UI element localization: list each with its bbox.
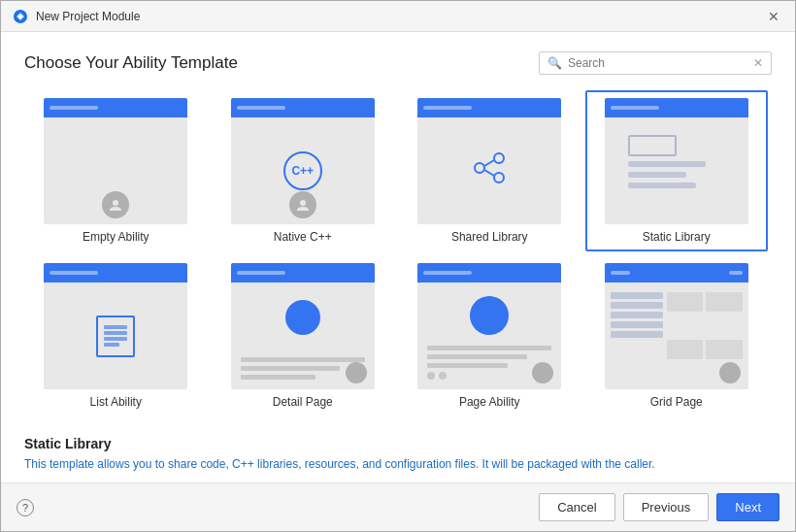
help-button[interactable]: ? xyxy=(17,499,34,516)
svg-point-2 xyxy=(113,200,118,206)
dialog-header: Choose Your Ability Template 🔍 ✕ xyxy=(24,51,772,75)
svg-rect-10 xyxy=(104,331,127,335)
template-card-detail xyxy=(231,263,375,389)
dialog-window: New Project Module ✕ Choose Your Ability… xyxy=(0,0,796,532)
svg-rect-12 xyxy=(104,343,119,347)
template-card-list xyxy=(44,263,187,389)
templates-area: Empty Ability C++ Native C++ xyxy=(24,90,772,424)
svg-point-5 xyxy=(475,163,484,173)
next-button[interactable]: Next xyxy=(716,493,779,521)
svg-point-3 xyxy=(300,200,306,206)
templates-grid: Empty Ability C++ Native C++ xyxy=(24,90,772,424)
selected-template-name: Static Library xyxy=(24,436,772,451)
template-native-cpp[interactable]: C++ Native C++ xyxy=(212,90,395,251)
template-name-list: List Ability xyxy=(90,395,142,409)
title-bar: New Project Module ✕ xyxy=(1,1,795,32)
previous-button[interactable]: Previous xyxy=(623,493,710,521)
template-name-static: Static Library xyxy=(643,230,711,244)
title-bar-left: New Project Module xyxy=(13,9,140,24)
template-detail-page[interactable]: Detail Page xyxy=(212,255,395,416)
svg-line-8 xyxy=(484,170,494,176)
template-card-shared xyxy=(417,98,561,224)
template-card-cpp: C++ xyxy=(231,98,375,224)
dialog-title: Choose Your Ability Template xyxy=(24,53,238,73)
template-name-detail: Detail Page xyxy=(273,395,333,409)
selected-template-info: Static Library This template allows you … xyxy=(24,424,772,482)
window-title: New Project Module xyxy=(36,10,140,23)
svg-rect-11 xyxy=(104,337,127,341)
template-name-shared: Shared Library xyxy=(451,230,528,244)
svg-rect-9 xyxy=(104,325,127,329)
template-grid-page[interactable]: Grid Page xyxy=(585,255,769,416)
template-page-ability[interactable]: Page Ability xyxy=(398,255,581,416)
card-avatar-cpp xyxy=(289,191,316,218)
dialog-body: Choose Your Ability Template 🔍 ✕ xyxy=(1,32,795,482)
shared-icon xyxy=(472,150,507,192)
svg-line-7 xyxy=(484,160,494,166)
footer-left: ? xyxy=(17,499,34,516)
search-box: 🔍 ✕ xyxy=(539,51,772,75)
cpp-icon: C++ xyxy=(283,151,322,190)
template-card-empty xyxy=(44,98,187,224)
template-card-static xyxy=(605,98,748,224)
template-name-page: Page Ability xyxy=(459,395,520,409)
template-card-grid xyxy=(605,263,748,389)
template-name-grid: Grid Page xyxy=(650,395,703,409)
svg-point-6 xyxy=(494,173,504,183)
search-input[interactable] xyxy=(568,56,753,70)
search-icon: 🔍 xyxy=(547,56,562,70)
card-avatar-empty xyxy=(102,191,129,218)
detail-circle xyxy=(285,300,320,335)
app-icon xyxy=(13,9,28,24)
cancel-button[interactable]: Cancel xyxy=(539,493,614,521)
template-card-page xyxy=(417,263,561,389)
template-empty-ability[interactable]: Empty Ability xyxy=(24,90,208,251)
svg-point-4 xyxy=(494,153,504,163)
clear-search-icon[interactable]: ✕ xyxy=(753,56,763,70)
template-shared-library[interactable]: Shared Library xyxy=(398,90,581,251)
template-list-ability[interactable]: List Ability xyxy=(24,255,208,416)
selected-template-description: This template allows you to share code, … xyxy=(24,455,772,473)
template-static-library[interactable]: Static Library xyxy=(585,90,769,251)
template-name-cpp: Native C++ xyxy=(274,230,332,244)
footer-buttons: Cancel Previous Next xyxy=(539,493,779,521)
list-icon xyxy=(96,316,135,357)
dialog-footer: ? Cancel Previous Next xyxy=(1,482,795,531)
template-name-empty: Empty Ability xyxy=(83,230,149,244)
close-button[interactable]: ✕ xyxy=(764,8,783,25)
svg-point-1 xyxy=(18,15,22,18)
